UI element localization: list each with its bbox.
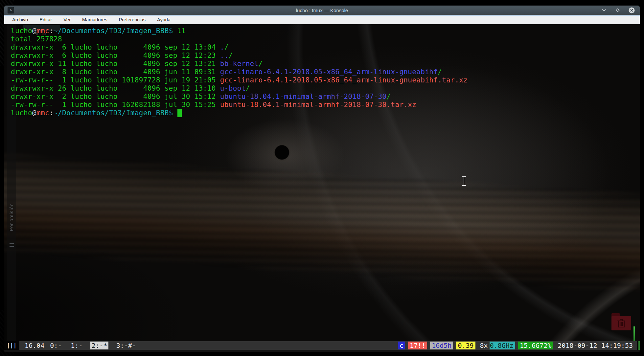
terminal-text-segment: u-boot [220,84,246,92]
terminal-text-segment: / [224,43,229,51]
terminal-text-segment: mmc [36,27,49,35]
tmux-segment-flag-c: c [398,342,405,349]
close-button[interactable] [628,7,635,14]
terminal-text-segment: drwxrwxr-x 6 lucho lucho 4096 sep 12 12:… [11,52,220,59]
terminal-text-segment: / [246,84,250,92]
minimize-button[interactable] [600,7,608,14]
close-icon [629,7,635,13]
tab-por-omision[interactable]: Por omisión [9,203,14,231]
konsole-window: > lucho : tmux — Konsole ArchivoEdit [4,5,640,352]
terminal-text-segment: ubuntu-18.04.1-minimal-armhf-2018-07-30.… [220,101,417,109]
tmux-segment-load: 0.39 [456,342,475,349]
terminal-line: drwxrwxr-x 6 lucho lucho 4096 sep 12 12:… [11,52,468,60]
tmux-window-1[interactable]: 1:- [70,342,83,349]
tmux-window-2[interactable]: 2:-* [90,342,108,349]
tmux-window-0[interactable]: 0:- [49,342,63,349]
terminal-text-segment: mmc [36,109,49,117]
maximize-button[interactable] [614,7,621,14]
menu-item-archivo[interactable]: Archivo [11,16,29,23]
terminal-text-segment: drwxrwxr-x 11 lucho lucho 4096 sep 12 13… [11,60,220,68]
terminal-text-segment: drwxr-xr-x 2 lucho lucho 4096 jul 30 15:… [11,93,220,100]
tmux-segment-cpu-count: 8x [478,342,490,349]
terminal-text-segment: lucho [11,109,32,117]
terminal-text-segment: @ [32,27,36,35]
chevron-down-icon [602,8,606,12]
menu-bar: ArchivoEditarVerMarcadoresPreferenciasAy… [4,15,640,24]
diamond-icon [615,8,620,12]
terminal-text-segment: / [386,93,391,100]
terminal-text-segment: . [220,43,224,51]
terminal-text-segment: -rw-rw-r-- 1 lucho lucho 101897728 jun 1… [11,76,220,84]
terminal-text-segment: / [259,60,263,68]
terminal-line: -rw-rw-r-- 1 lucho lucho 101897728 jun 1… [11,76,468,84]
tmux-right-segments: c17!!16d5h0.398x0.8GHz15.6G72%2018-09-12… [395,342,634,349]
terminal-text-segment: bb-kernel [220,60,259,68]
terminal-text-segment: ubuntu-18.04.1-minimal-armhf-2018-07-30 [220,93,387,100]
terminal-text-segment: .. [220,52,229,59]
menu-item-marcadores[interactable]: Marcadores [81,16,109,23]
terminal-text-segment: $ [169,27,173,35]
terminal-text-segment: / [438,68,442,76]
titlebar[interactable]: > lucho : tmux — Konsole [4,6,640,15]
terminal-text-segment: drwxrwxr-x 6 lucho lucho 4096 sep 12 13:… [11,43,220,51]
terminal-text-segment: : [49,27,54,35]
terminal-cursor [177,109,182,117]
tmux-status-main: 16.04 0:-1:-2:-*3:-#- c17!!16d5h0.398x0.… [19,341,637,350]
menu-item-ayuda[interactable]: Ayuda [156,16,172,23]
tmux-segment-uptime: 16d5h [430,342,453,349]
terminal-line: lucho@mmc:~/Documentos/TD3/Imagen_BBB$ l… [11,27,468,35]
terminal-text-segment: ~/Documentos/TD3/Imagen_BBB [54,27,169,35]
terminal-output: lucho@mmc:~/Documentos/TD3/Imagen_BBB$ l… [11,27,468,117]
tmux-window-3[interactable]: 3:-#- [115,342,137,349]
tmux-segment-memory: 15.6G72% [518,342,553,349]
window-title: lucho : tmux — Konsole [4,8,640,13]
trash-folder-icon [611,316,631,330]
hamburger-icon[interactable] [10,243,14,247]
terminal-text-segment: gcc-linaro-6.4.1-2018.05-x86_64_arm-linu… [220,68,438,76]
terminal-text-segment: -rw-rw-r-- 1 lucho lucho 162082188 jul 3… [11,101,220,109]
terminal-area[interactable]: Inicio lucho@mmc:~/Documentos/TD3/Imagen… [4,24,640,341]
terminal-line: lucho@mmc:~/Documentos/TD3/Imagen_BBB$ [11,109,468,117]
terminal-line: drwxrwxr-x 6 lucho lucho 4096 sep 12 13:… [11,43,468,52]
terminal-line: drwxr-xr-x 2 lucho lucho 4096 jul 30 15:… [11,93,468,101]
menu-item-preferencias[interactable]: Preferencias [118,16,147,23]
screen-edge-green-bar [633,326,635,341]
terminal-text-segment: @ [32,109,36,117]
tmux-status-bar: ||| 16.04 0:-1:-2:-*3:-#- c17!!16d5h0.39… [4,341,640,350]
window-controls [600,7,640,14]
tmux-session-name: 16.04 [25,342,44,349]
menu-item-ver[interactable]: Ver [62,16,72,23]
terminal-text-segment: total 257828 [11,35,62,43]
terminal-text-segment: drwxrwxr-x 26 lucho lucho 4096 sep 12 13… [11,84,220,92]
terminal-line: drwxr-xr-x 8 lucho lucho 4096 jun 11 09:… [11,68,468,76]
menu-item-editar[interactable]: Editar [38,16,53,23]
tmux-segment-cpu-freq: 0.8GHz [490,342,515,349]
terminal-text-segment: : [49,109,54,117]
tmux-window-list: 0:-1:-2:-*3:-#- [49,342,137,349]
terminal-text-segment: / [229,52,233,59]
terminal-line: total 257828 [11,35,468,43]
terminal-text-segment: lucho [11,27,32,35]
tmux-segment-alerts: 17!! [408,342,427,349]
tmux-pane-indicator-icon: ||| [4,341,19,350]
terminal-text-segment: ll [173,27,186,35]
terminal-text-segment: drwxr-xr-x 8 lucho lucho 4096 jun 11 09:… [11,68,220,76]
terminal-text-segment: ~/Documentos/TD3/Imagen_BBB [54,109,169,117]
terminal-line: -rw-rw-r-- 1 lucho lucho 162082188 jul 3… [11,101,468,109]
terminal-text-segment [173,109,177,117]
statusbar-green-edge [638,341,640,350]
terminal-text-segment: gcc-linaro-6.4.1-2018.05-x86_64_arm-linu… [220,76,468,84]
window-bottom-edge [4,350,640,352]
tmux-segment-datetime: 2018-09-12 14:19:53 [556,342,634,349]
terminal-text-segment: $ [169,109,173,117]
terminal-line: drwxrwxr-x 26 lucho lucho 4096 sep 12 13… [11,84,468,93]
terminal-line: drwxrwxr-x 11 lucho lucho 4096 sep 12 13… [11,60,468,68]
trash-can-icon [617,319,626,328]
mouse-ibeam-cursor [462,176,466,186]
